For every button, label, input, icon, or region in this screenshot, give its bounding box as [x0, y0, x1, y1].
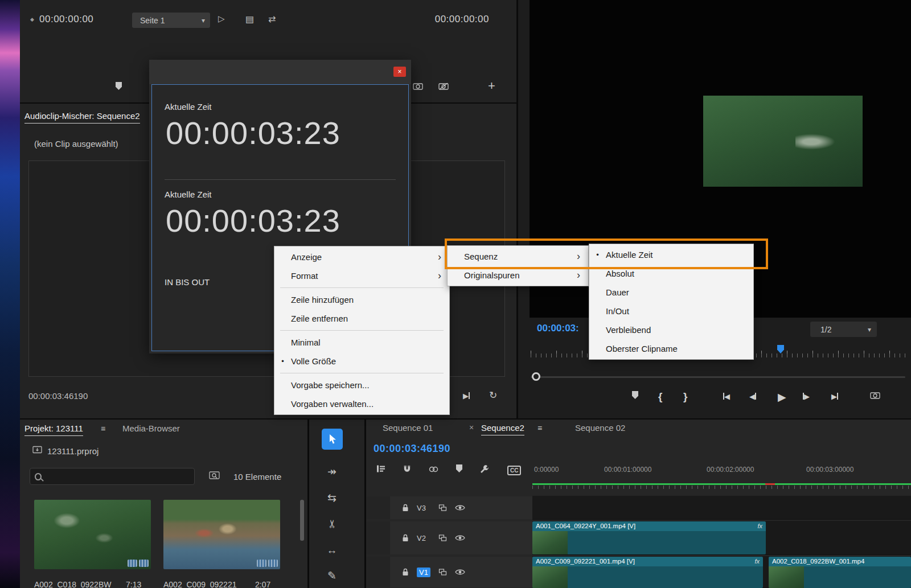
timeline-ruler[interactable]	[532, 486, 911, 493]
selection-cursor-icon	[328, 434, 337, 445]
tab-audio-clip-mixer[interactable]: Audioclip-Mischer: Sequence2	[24, 111, 140, 124]
go-to-in-icon[interactable]: ◀	[723, 390, 730, 402]
clip-name[interactable]: A002_C009_092221	[163, 580, 236, 588]
step-back-icon[interactable]: ◀	[749, 390, 756, 402]
tab-sequence-02[interactable]: Sequence 02	[575, 423, 625, 433]
tab-sequence2-active[interactable]: Sequence2	[481, 423, 524, 435]
search-bin-icon[interactable]	[209, 471, 220, 480]
timecode-row-label: Aktuelle Zeit	[165, 102, 212, 112]
tab-project[interactable]: Projekt: 123111	[24, 423, 83, 436]
search-input[interactable]	[46, 471, 190, 482]
menu-item-volle-groesse[interactable]: • Volle Größe	[274, 352, 449, 371]
tab-media-browser[interactable]: Media-Browser	[122, 423, 180, 433]
program-scrollbar-knob[interactable]	[532, 372, 540, 381]
panel-menu-icon[interactable]: ≡	[537, 423, 542, 433]
eye-icon[interactable]	[455, 504, 465, 511]
window-title-bar[interactable]: ×	[149, 60, 411, 84]
play-in-to-out-icon[interactable]: ▶	[463, 390, 470, 401]
add-marker-icon[interactable]	[456, 464, 462, 475]
clip-frame-thumbnail	[532, 531, 568, 554]
menu-item-anzeige[interactable]: Anzeige ›	[274, 248, 449, 266]
menu-item-label: Minimal	[291, 338, 449, 347]
page-play-icon[interactable]: ▷	[218, 14, 225, 24]
go-to-out-icon[interactable]: ▶	[831, 390, 838, 402]
menu-item-originalspuren[interactable]: Originalspuren ›	[448, 266, 588, 285]
track-label[interactable]: V2	[417, 534, 430, 542]
timeline-settings-wrench-icon[interactable]	[480, 464, 489, 474]
add-marker-icon[interactable]	[632, 390, 638, 402]
clip-name[interactable]: A002_C018_0922BW	[34, 580, 111, 588]
insert-nest-icon[interactable]	[376, 464, 385, 473]
menu-item-zeile-hinzufuegen[interactable]: Zeile hinzufügen	[274, 290, 449, 309]
slip-tool[interactable]: ↔	[325, 544, 339, 557]
source-monitor-icon[interactable]	[438, 569, 447, 575]
timecode-row-label: Aktuelle Zeit	[165, 190, 212, 199]
menu-item-absolut[interactable]: Absolut	[589, 264, 753, 283]
ruler-label: 0:00000	[534, 466, 559, 474]
mark-in-icon[interactable]: {	[658, 390, 662, 403]
close-window-button[interactable]: ×	[393, 67, 406, 77]
track-label[interactable]: V3	[417, 504, 430, 512]
loop-playback-icon[interactable]: ↻	[489, 389, 497, 401]
menu-item-label: Format	[291, 271, 438, 281]
track-select-tool[interactable]: ↠	[325, 465, 339, 478]
menu-item-dauer[interactable]: Dauer	[589, 283, 753, 302]
project-scrollbar[interactable]	[300, 500, 304, 541]
snap-magnet-icon[interactable]	[403, 464, 411, 473]
mark-out-icon[interactable]: }	[683, 390, 687, 403]
add-marker-icon[interactable]	[116, 82, 122, 90]
tab-sequence-01[interactable]: Sequence 01	[383, 423, 433, 433]
menu-item-format[interactable]: Format ›	[274, 266, 449, 285]
eye-icon[interactable]	[455, 569, 465, 575]
timeline-panel: Sequence 01 × Sequence2 ≡ Sequence 02 00…	[366, 420, 911, 588]
track-target-badge[interactable]: V1	[417, 568, 430, 577]
menu-item-aktuelle-zeit[interactable]: • Aktuelle Zeit	[589, 245, 753, 264]
selection-tool-button[interactable]	[322, 429, 343, 450]
eye-icon[interactable]	[455, 534, 465, 541]
video-frame-preview	[703, 96, 863, 187]
check-bullet-icon: •	[274, 357, 291, 365]
clip-name-label: A002_C018_0922BW_001.mp4	[772, 557, 864, 566]
captions-icon[interactable]: CC	[507, 464, 521, 475]
pen-tool[interactable]: ✎	[325, 569, 339, 582]
clip-thumbnail-2[interactable]	[163, 500, 280, 569]
desktop-wallpaper-strip	[0, 0, 20, 588]
timeline-clip-v2[interactable]: A001_C064_09224Y_001.mp4 [V] fx	[532, 521, 766, 554]
track-content[interactable]	[532, 496, 911, 520]
button-editor-plus-icon[interactable]: +	[488, 79, 495, 93]
menu-item-vorgabe-speichern[interactable]: Vorgabe speichern...	[274, 376, 449, 394]
lock-icon[interactable]	[402, 568, 409, 576]
menu-item-in-out[interactable]: In/Out	[589, 302, 753, 320]
menu-item-zeile-entfernen[interactable]: Zeile entfernen	[274, 309, 449, 328]
source-monitor-icon[interactable]	[438, 534, 447, 541]
page-select-dropdown[interactable]: Seite 1 ▾	[132, 13, 210, 28]
list-view-icon[interactable]: ▤	[245, 14, 254, 24]
close-tab-icon[interactable]: ×	[469, 423, 474, 432]
panel-menu-icon[interactable]: ≡	[101, 424, 105, 433]
clip-thumbnail-1[interactable]	[34, 500, 151, 569]
export-frame-icon[interactable]	[413, 83, 423, 90]
lock-icon[interactable]	[402, 504, 409, 512]
timeline-clip-v1b[interactable]: A002_C018_0922BW_001.mp4	[769, 557, 911, 588]
program-scrollbar-track[interactable]	[531, 376, 905, 378]
no-video-icon[interactable]	[438, 83, 449, 90]
play-icon[interactable]: ▶	[778, 390, 786, 404]
razor-tool[interactable]: ✂	[326, 517, 339, 532]
project-file-name[interactable]: 123111.prproj	[47, 446, 99, 456]
menu-item-oberster-clipname[interactable]: Oberster Clipname	[589, 339, 753, 358]
linked-selection-icon[interactable]	[429, 466, 438, 472]
menu-item-vorgaben-verwalten[interactable]: Vorgaben verwalten...	[274, 394, 449, 413]
zoom-level-dropdown[interactable]: 1/2 ▾	[810, 322, 877, 337]
menu-item-sequenz[interactable]: Sequenz ›	[448, 247, 588, 266]
menu-item-label: Vorgabe speichern...	[291, 380, 449, 390]
menu-item-minimal[interactable]: Minimal	[274, 333, 449, 352]
source-monitor-icon[interactable]	[438, 504, 447, 511]
search-box[interactable]	[30, 468, 195, 485]
step-forward-icon[interactable]: ▶	[803, 390, 810, 402]
menu-item-verbleibend[interactable]: Verbleibend	[589, 320, 753, 339]
export-frame-icon[interactable]	[870, 392, 880, 399]
ripple-edit-tool[interactable]: ⇆	[325, 491, 339, 504]
flow-options-icon[interactable]: ⇄	[268, 14, 276, 24]
timeline-clip-v1a[interactable]: A002_C009_092221_001.mp4 [V] fx	[532, 557, 763, 588]
lock-icon[interactable]	[402, 534, 409, 542]
